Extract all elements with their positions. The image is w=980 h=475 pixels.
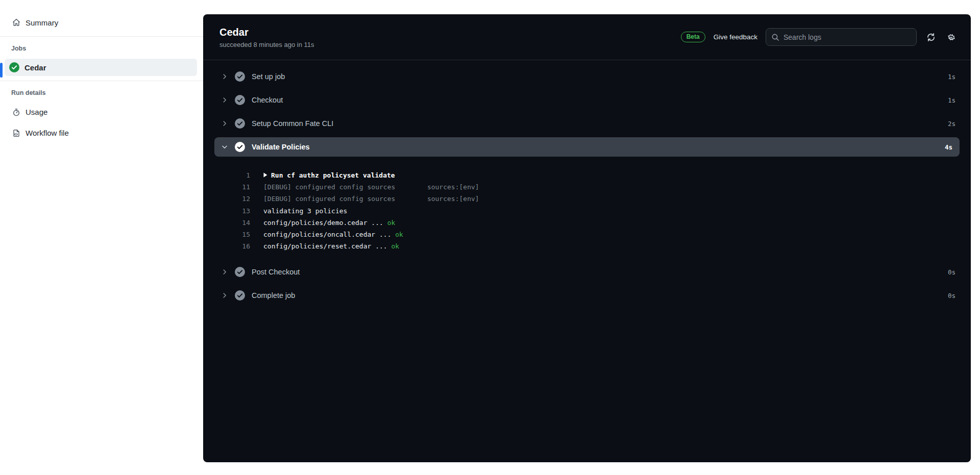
log-line-number[interactable]: 16 <box>214 240 250 252</box>
gear-icon <box>947 33 956 42</box>
step-label: Set up job <box>252 72 941 81</box>
log-line-text: Run cf authz policyset validate <box>263 169 395 181</box>
search-logs-input[interactable] <box>783 33 911 41</box>
log-ok-status: ok <box>395 231 403 238</box>
job-log-panel: Cedar succeeded 8 minutes ago in 11s Bet… <box>203 14 971 462</box>
run-details-heading: Run details <box>11 89 203 96</box>
log-line-text: config/policies/reset.cedar ... ok <box>263 240 399 252</box>
chevron-right-icon <box>221 120 228 127</box>
log-line-number[interactable]: 1 <box>214 169 250 181</box>
code-file-icon <box>12 129 20 137</box>
stopwatch-icon <box>12 108 20 116</box>
step-row-checkout[interactable]: Checkout 1s <box>214 90 960 110</box>
step-success-icon <box>235 290 245 301</box>
search-logs-box <box>766 28 917 46</box>
step-success-icon <box>235 71 245 82</box>
log-line: 16 config/policies/reset.cedar ... ok <box>214 240 960 252</box>
divider <box>0 36 203 37</box>
sidebar-item-label: Workflow file <box>26 129 69 137</box>
step-label: Post Checkout <box>252 268 941 276</box>
step-label: Checkout <box>252 96 941 104</box>
sidebar: Summary Jobs Cedar Run details Usage <box>0 0 203 475</box>
step-row-setup-common-fate-cli[interactable]: Setup Common Fate CLI 2s <box>214 114 960 133</box>
log-line-number[interactable]: 13 <box>214 205 250 217</box>
log-line-number[interactable]: 15 <box>214 229 250 240</box>
chevron-right-icon <box>221 96 228 104</box>
step-success-icon <box>235 118 245 129</box>
job-header: Cedar succeeded 8 minutes ago in 11s Bet… <box>203 14 971 60</box>
log-line: 14 config/policies/demo.cedar ... ok <box>214 217 960 229</box>
step-duration: 0s <box>948 268 955 276</box>
log-line: 12 [DEBUG] configured config sources sou… <box>214 193 960 205</box>
log-line: 1 Run cf authz policyset validate <box>214 169 960 181</box>
step-label: Setup Common Fate CLI <box>252 119 941 128</box>
chevron-down-icon <box>221 143 228 151</box>
log-line-number[interactable]: 12 <box>214 193 250 205</box>
success-check-icon <box>9 62 19 72</box>
step-row-set-up-job[interactable]: Set up job 1s <box>214 67 960 86</box>
log-line-number[interactable]: 14 <box>214 217 250 229</box>
log-line: 15 config/policies/oncall.cedar ... ok <box>214 229 960 240</box>
sidebar-job-label: Cedar <box>24 63 46 72</box>
sidebar-item-usage[interactable]: Usage <box>6 103 197 121</box>
jobs-section-heading: Jobs <box>11 45 203 52</box>
log-output: 1 Run cf authz policyset validate 11 [DE… <box>214 161 960 262</box>
log-ok-status: ok <box>387 219 396 227</box>
log-line-text: [DEBUG] configured config sources source… <box>263 193 479 205</box>
step-success-icon <box>235 267 245 277</box>
log-line-text: config/policies/demo.cedar ... ok <box>263 217 395 229</box>
log-line-number[interactable]: 11 <box>214 181 250 193</box>
step-duration: 1s <box>948 96 955 104</box>
step-row-complete-job[interactable]: Complete job 0s <box>214 286 960 305</box>
sidebar-item-label: Summary <box>26 18 58 27</box>
sync-icon <box>926 33 936 42</box>
sidebar-item-job-cedar[interactable]: Cedar <box>5 59 197 76</box>
job-title: Cedar <box>219 26 314 38</box>
job-title-block: Cedar succeeded 8 minutes ago in 11s <box>219 26 314 48</box>
step-label: Validate Policies <box>252 143 938 151</box>
expand-log-group-icon[interactable] <box>263 169 267 181</box>
refresh-logs-button[interactable] <box>925 31 937 43</box>
job-status-summary: succeeded 8 minutes ago in 11s <box>219 41 314 48</box>
home-icon <box>12 18 20 27</box>
header-controls: Beta Give feedback <box>681 28 958 46</box>
step-row-validate-policies[interactable]: Validate Policies 4s <box>214 137 960 157</box>
step-row-post-checkout[interactable]: Post Checkout 0s <box>214 262 960 282</box>
chevron-right-icon <box>221 292 228 299</box>
log-settings-button[interactable] <box>945 31 958 43</box>
log-line: 11 [DEBUG] configured config sources sou… <box>214 181 960 193</box>
divider <box>0 81 203 81</box>
sidebar-item-summary[interactable]: Summary <box>6 13 197 32</box>
steps-list: Set up job 1s Checkout 1s Setup Common F… <box>203 60 971 305</box>
step-success-icon <box>235 95 245 105</box>
step-duration: 1s <box>948 73 955 81</box>
search-icon <box>771 33 779 41</box>
log-ok-status: ok <box>391 242 399 250</box>
give-feedback-link[interactable]: Give feedback <box>714 33 757 41</box>
sidebar-item-label: Usage <box>26 108 47 116</box>
log-line-text: [DEBUG] configured config sources source… <box>263 181 479 193</box>
log-line-text: validating 3 policies <box>263 205 347 217</box>
log-line-text: config/policies/oncall.cedar ... ok <box>263 229 403 240</box>
chevron-right-icon <box>221 268 228 276</box>
step-label: Complete job <box>252 291 941 299</box>
run-details-section: Run details Usage Workflow file <box>0 89 203 142</box>
step-duration: 2s <box>948 120 955 128</box>
chevron-right-icon <box>221 73 228 80</box>
log-line: 13 validating 3 policies <box>214 205 960 217</box>
step-success-icon <box>235 142 245 152</box>
active-job-accent-bar <box>0 63 3 78</box>
sidebar-item-workflow-file[interactable]: Workflow file <box>6 123 197 142</box>
step-duration: 4s <box>945 143 952 151</box>
beta-badge: Beta <box>681 32 705 42</box>
step-duration: 0s <box>948 292 955 299</box>
